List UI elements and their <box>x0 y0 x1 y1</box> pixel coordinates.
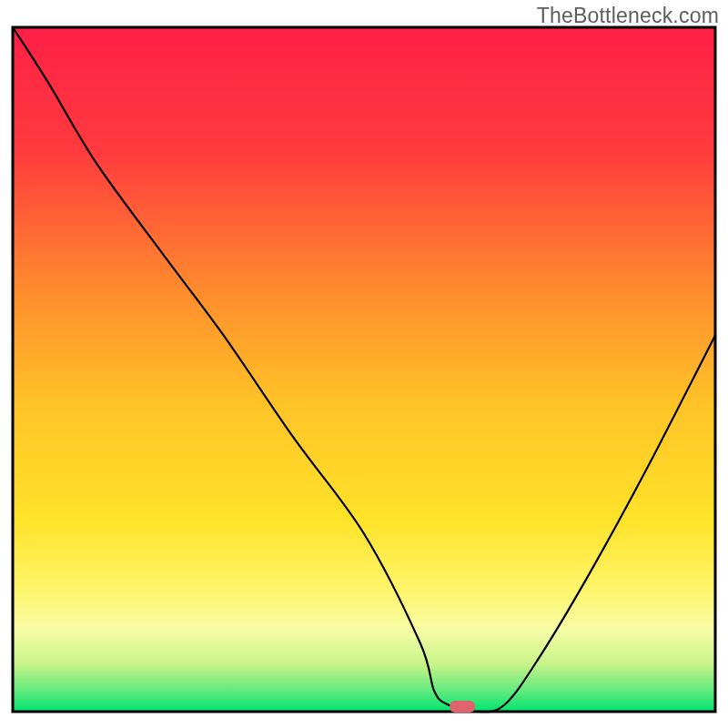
optimal-point-marker <box>450 701 475 713</box>
plot-background <box>13 27 715 712</box>
bottleneck-chart <box>0 0 728 728</box>
chart-stage: { "watermark": "TheBottleneck.com", "col… <box>0 0 728 728</box>
watermark-text: TheBottleneck.com <box>537 4 719 28</box>
